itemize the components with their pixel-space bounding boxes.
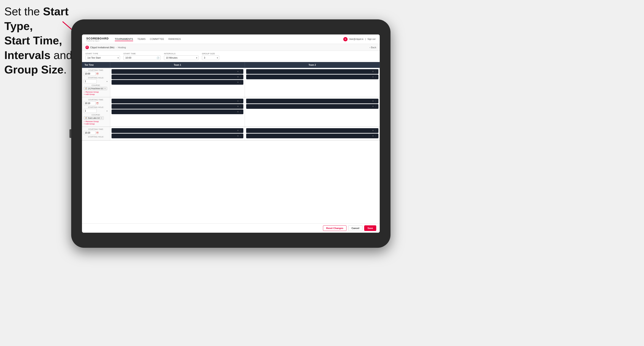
- starting-hole-select-2[interactable]: 1: [84, 109, 97, 113]
- annotation-line3-suffix: and: [54, 49, 72, 61]
- course-label-2: COURSE:: [84, 114, 108, 116]
- tablet-screen: SCOREBOARD Powered by clipp.io TOURNAMEN…: [82, 34, 380, 233]
- player-options-icon[interactable]: ⋮: [240, 130, 242, 132]
- course-row-2: 🏌 East Lake GC ✕: [84, 116, 108, 120]
- breadcrumb-separator: ›: [116, 46, 117, 49]
- starting-time-input-3[interactable]: [84, 131, 96, 135]
- nav-teams[interactable]: TEAMS: [138, 37, 146, 41]
- course-name-2: East Lake GC: [88, 117, 100, 119]
- starting-hole-select-1[interactable]: 1: [84, 79, 97, 83]
- starting-time-input-1[interactable]: [84, 72, 96, 76]
- nav-committee[interactable]: COMMITTEE: [150, 37, 164, 41]
- remove-player-icon[interactable]: ✕: [237, 70, 239, 73]
- breadcrumb-left: C Clippd Invitational (Me) › Hosting: [86, 46, 126, 49]
- player-actions: ✕ ⋮: [237, 70, 242, 73]
- col-team2: Team 2: [245, 62, 380, 68]
- intervals-select-wrapper: 10 Minutes: [164, 55, 198, 60]
- remove-course-2[interactable]: ✕: [101, 117, 102, 119]
- course-flag-icon: 🏌: [85, 87, 88, 90]
- remove-player-icon[interactable]: ✕: [372, 135, 374, 137]
- start-time-input[interactable]: [124, 55, 160, 60]
- table-header-row: Tee Time Team 1 Team 2: [82, 62, 380, 68]
- player-options-icon[interactable]: ⋮: [240, 105, 242, 108]
- remove-player-icon[interactable]: ✕: [372, 70, 374, 73]
- intervals-label: Intervals: [164, 53, 198, 55]
- clock-icon: 🕐: [157, 57, 159, 59]
- tee-table: Tee Time Team 1 Team 2 STARTING TIME: ⏰: [82, 62, 380, 141]
- nav-tournaments[interactable]: TOURNAMENTS: [115, 37, 133, 41]
- remove-player-icon[interactable]: ✕: [372, 130, 374, 132]
- back-button[interactable]: ‹ Back: [370, 46, 376, 49]
- clock-icon-2: ⏰: [96, 102, 98, 105]
- nav-rankings[interactable]: RANKINGS: [168, 37, 181, 41]
- player-options-icon[interactable]: ⋮: [375, 105, 377, 108]
- start-type-select[interactable]: 1st Tee Start: [86, 55, 120, 60]
- remove-player-icon[interactable]: ✕: [372, 105, 374, 108]
- intervals-select[interactable]: 10 Minutes: [164, 55, 198, 60]
- start-time-field: Start Time 🕐: [124, 53, 160, 60]
- player-actions: ✕ ⋮: [237, 81, 242, 83]
- annotation-line1: Set the Start Type,: [4, 5, 68, 32]
- remove-group-1[interactable]: ○ Remove Group: [84, 91, 108, 93]
- starting-time-input-2[interactable]: [84, 101, 96, 105]
- remove-course-1[interactable]: ✕: [104, 87, 106, 90]
- intervals-field: Intervals 10 Minutes: [164, 53, 198, 60]
- remove-player-icon[interactable]: ✕: [237, 135, 239, 137]
- reset-changes-button[interactable]: Reset Changes: [323, 225, 346, 231]
- remove-group-2[interactable]: ○ Remove Group: [84, 120, 108, 123]
- player-options-icon[interactable]: ⋮: [375, 135, 377, 137]
- player-options-icon[interactable]: ⋮: [240, 135, 242, 137]
- save-button[interactable]: Save: [364, 225, 376, 231]
- group-size-select[interactable]: 3: [202, 55, 219, 60]
- player-actions: ✕ ⋮: [372, 105, 377, 108]
- remove-player-icon[interactable]: ✕: [237, 81, 239, 83]
- remove-player-icon[interactable]: ✕: [237, 130, 239, 132]
- remove-player-icon[interactable]: ✕: [237, 105, 239, 108]
- course-row-1: 🏌 (A) Peachtree GC ✕: [84, 87, 108, 90]
- starting-hole-label-2: STARTING HOLE:: [84, 106, 108, 108]
- player-row: ✕ ⋮: [246, 75, 378, 79]
- player-options-icon[interactable]: ⋮: [240, 111, 242, 113]
- player-options-icon[interactable]: ⋮: [375, 70, 377, 73]
- course-tag-1: 🏌 (A) Peachtree GC ✕: [84, 87, 107, 90]
- player-actions: ✕ ⋮: [237, 105, 242, 108]
- player-options-icon[interactable]: ⋮: [375, 130, 377, 132]
- tablet-side-button: [70, 129, 71, 138]
- action-links-2: ○ Remove Group + Add Group: [84, 120, 108, 125]
- clock-icon-3: ⏰: [96, 132, 98, 134]
- player-options-icon[interactable]: ⋮: [375, 100, 377, 102]
- remove-player-icon[interactable]: ✕: [372, 76, 374, 78]
- player-actions: ✕ ⋮: [372, 130, 377, 132]
- breadcrumb-tournament: Clippd Invitational (Me): [90, 46, 114, 49]
- tablet-shell: SCOREBOARD Powered by clipp.io TOURNAMEN…: [71, 19, 390, 248]
- annotation-bold-4: Group Size: [4, 63, 64, 76]
- player-row: ✕ ⋮: [112, 99, 244, 103]
- add-group-2[interactable]: + Add Group: [84, 123, 108, 125]
- remove-player-icon[interactable]: ✕: [237, 111, 239, 113]
- group-size-select-wrapper: 3: [202, 55, 219, 60]
- player-options-icon[interactable]: ⋮: [240, 70, 242, 73]
- remove-player-icon[interactable]: ✕: [237, 76, 239, 78]
- table-row: STARTING TIME: ⏰ STARTING HOLE: 1 ▾: [82, 97, 380, 127]
- start-time-label: Start Time: [124, 53, 160, 55]
- cancel-button[interactable]: Cancel: [348, 225, 362, 231]
- player-options-icon[interactable]: ⋮: [240, 81, 242, 83]
- starting-time-label-1: STARTING TIME:: [84, 69, 108, 71]
- player-options-icon[interactable]: ⋮: [240, 76, 242, 78]
- remove-icon-1: ○: [84, 91, 85, 93]
- group-size-label: Group Size: [202, 53, 219, 55]
- player-row: ✕ ⋮: [112, 80, 244, 85]
- remove-player-icon[interactable]: ✕: [237, 100, 239, 102]
- annotation-bold-2: Start Time,: [4, 34, 62, 47]
- player-options-icon[interactable]: ⋮: [375, 76, 377, 78]
- table-body: STARTING TIME: ⏰ STARTING HOLE: 1 ▾: [82, 68, 380, 141]
- player-row: ✕ ⋮: [112, 104, 244, 109]
- player-options-icon[interactable]: ⋮: [240, 100, 242, 102]
- sign-out-link[interactable]: Sign out: [368, 38, 376, 40]
- add-group-1[interactable]: + Add Group: [84, 93, 108, 95]
- player-actions: ✕ ⋮: [237, 100, 242, 102]
- action-links-1: ○ Remove Group + Add Group: [84, 91, 108, 95]
- remove-player-icon[interactable]: ✕: [372, 100, 374, 102]
- start-type-label: Start Type: [86, 53, 120, 55]
- player-row: ✕ ⋮: [112, 109, 244, 114]
